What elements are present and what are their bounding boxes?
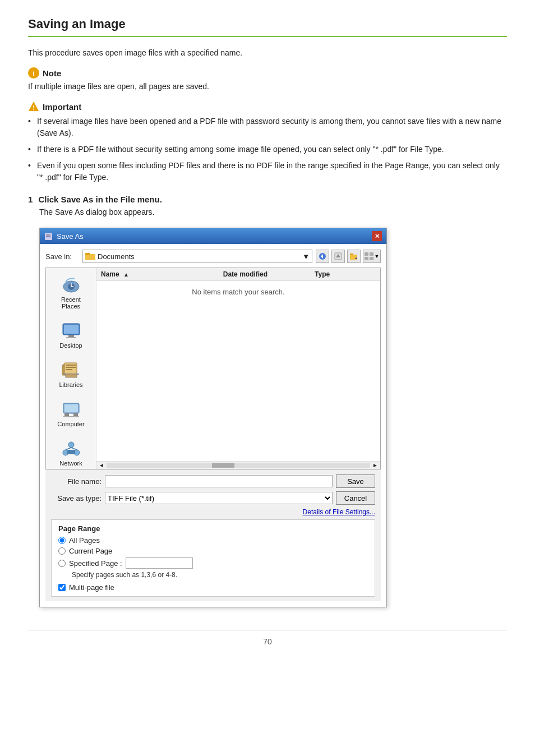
dialog-title-left: Save As [44, 232, 84, 241]
all-pages-radio[interactable] [58, 537, 66, 544]
sidebar-item-network[interactable]: Network [49, 437, 94, 469]
page-range-section: Page Range All Pages Current Page Specif… [51, 519, 375, 597]
multi-page-checkbox[interactable] [58, 584, 66, 591]
svg-rect-24 [68, 335, 74, 337]
list-item: If several image files have been opened … [28, 116, 507, 139]
sidebar-item-computer[interactable]: Computer [49, 398, 94, 430]
svg-text:!: ! [33, 104, 35, 111]
sort-arrow-icon: ▲ [123, 271, 129, 278]
file-list-area[interactable]: No items match your search. [96, 281, 380, 461]
toolbar-icons: + ▼ [316, 250, 381, 263]
note-title-text: Note [43, 68, 61, 78]
specify-hint: Specify pages such as 1,3,6 or 4-8. [72, 571, 177, 579]
bottom-controls: File name: Save Save as type: TIFF File … [45, 469, 381, 601]
important-heading: ! Important [28, 101, 507, 112]
svg-rect-12 [350, 253, 353, 255]
horizontal-scrollbar[interactable]: ◄ ► [96, 461, 380, 469]
file-content-area: Name ▲ Date modified Type No items match… [96, 268, 380, 469]
save-button[interactable]: Save [336, 474, 375, 488]
column-header-name: Name ▲ [101, 270, 223, 278]
specified-page-input[interactable] [126, 557, 193, 569]
save-in-value: Documents [98, 252, 302, 261]
step-number: 1 [28, 195, 33, 204]
folder-icon [85, 252, 95, 261]
details-row: Details of File Settings... [51, 508, 375, 516]
svg-rect-17 [370, 257, 373, 260]
toolbar-new-folder-button[interactable]: + [347, 250, 361, 263]
svg-rect-16 [365, 257, 368, 260]
all-pages-row: All Pages [58, 536, 368, 545]
svg-rect-38 [63, 416, 79, 417]
current-page-radio[interactable] [58, 547, 66, 555]
column-header-type: Type [315, 270, 376, 278]
sidebar-label-desktop: Desktop [59, 342, 82, 349]
important-title-text: Important [43, 102, 81, 112]
note-body: If multiple image files are open, all pa… [28, 82, 507, 91]
scroll-left-arrow[interactable]: ◄ [98, 462, 105, 468]
intro-text: This procedure saves open image files wi… [28, 48, 507, 57]
dialog-wrapper: Save As ✕ Save in: Documents ▼ [39, 228, 507, 607]
important-section: ! Important If several image files have … [28, 101, 507, 183]
dialog-close-button[interactable]: ✕ [372, 231, 382, 241]
specify-hint-row: Specify pages such as 1,3,6 or 4-8. [70, 571, 368, 579]
note-heading: i Note [28, 67, 507, 79]
svg-rect-33 [66, 374, 77, 377]
svg-rect-44 [67, 450, 75, 454]
scroll-right-arrow[interactable]: ► [371, 462, 379, 468]
dialog-body: Save in: Documents ▼ [40, 244, 386, 607]
file-name-row: File name: Save [51, 474, 375, 488]
toolbar-up-button[interactable] [331, 250, 345, 263]
recent-places-icon [61, 276, 81, 294]
svg-rect-6 [85, 253, 90, 255]
file-area: Recent Places Desktop [45, 268, 381, 469]
svg-rect-15 [370, 252, 373, 256]
svg-rect-30 [66, 367, 76, 368]
svg-text:+: + [355, 256, 357, 260]
sidebar-label-libraries: Libraries [59, 381, 82, 388]
multi-page-label: Multi-page file [69, 583, 114, 592]
sidebar-label-recent-places: Recent Places [53, 296, 89, 310]
step-description: The Save As dialog box appears. [39, 208, 507, 216]
toolbar-back-button[interactable] [316, 250, 329, 263]
save-as-type-row: Save as type: TIFF File (*.tif) Cancel [51, 491, 375, 505]
svg-rect-4 [46, 236, 50, 237]
dialog-title-icon [44, 232, 53, 241]
sidebar-navigation: Recent Places Desktop [46, 268, 96, 469]
column-header-date: Date modified [223, 270, 315, 278]
save-as-type-label: Save as type: [51, 494, 102, 503]
list-item: If there is a PDF file without security … [28, 144, 507, 155]
svg-rect-35 [64, 404, 78, 412]
sidebar-item-desktop[interactable]: Desktop [49, 320, 94, 351]
details-link[interactable]: Details of File Settings... [303, 508, 375, 516]
svg-point-39 [68, 442, 74, 448]
save-as-type-select[interactable]: TIFF File (*.tif) [105, 492, 333, 504]
file-name-input[interactable] [105, 475, 333, 487]
toolbar-views-button[interactable]: ▼ [363, 250, 381, 263]
sidebar-item-libraries[interactable]: Libraries [49, 359, 94, 390]
important-list: If several image files have been opened … [28, 116, 507, 183]
step-heading: 1 Click Save As in the File menu. [28, 195, 507, 204]
sidebar-item-recent-places[interactable]: Recent Places [49, 274, 94, 312]
save-in-dropdown[interactable]: Documents ▼ [82, 250, 312, 263]
note-section: i Note If multiple image files are open,… [28, 67, 507, 91]
cancel-button[interactable]: Cancel [336, 491, 375, 505]
svg-rect-25 [66, 337, 76, 338]
dialog-title-text: Save As [57, 232, 84, 241]
svg-rect-14 [365, 252, 368, 256]
svg-rect-31 [66, 369, 72, 370]
svg-rect-3 [46, 234, 50, 236]
scroll-thumb[interactable] [212, 463, 234, 468]
scroll-track[interactable] [107, 463, 370, 468]
file-list-header: Name ▲ Date modified Type [96, 268, 380, 281]
step-instruction: Click Save As in the File menu. [39, 195, 162, 204]
specified-page-radio[interactable] [58, 560, 66, 567]
empty-message: No items match your search. [96, 281, 380, 303]
new-folder-icon: + [350, 252, 358, 260]
views-icon [365, 252, 375, 260]
dialog-titlebar: Save As ✕ [40, 228, 386, 244]
current-page-row: Current Page [58, 547, 368, 555]
save-in-row: Save in: Documents ▼ [45, 250, 381, 263]
svg-line-43 [71, 448, 77, 450]
save-as-dialog[interactable]: Save As ✕ Save in: Documents ▼ [39, 228, 387, 607]
views-dropdown-arrow: ▼ [375, 253, 380, 259]
